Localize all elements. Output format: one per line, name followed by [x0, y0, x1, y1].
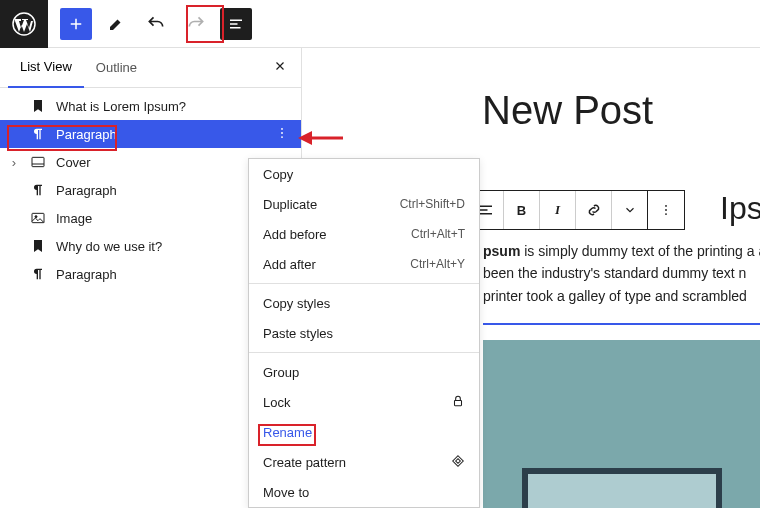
menu-copy-styles[interactable]: Copy styles	[249, 288, 479, 318]
more-options-button[interactable]	[275, 126, 289, 143]
paragraph-icon	[28, 180, 48, 200]
tree-item-heading[interactable]: What is Lorem Ipsum?	[0, 92, 301, 120]
paragraph-text: is simply dummy text of the printing a a…	[483, 243, 760, 304]
block-toolbar: B I	[467, 190, 685, 230]
menu-move-to[interactable]: Move to	[249, 477, 479, 507]
block-selection-border	[483, 323, 760, 325]
image-icon	[28, 208, 48, 228]
paragraph-icon	[28, 264, 48, 284]
menu-label: Add before	[263, 227, 327, 242]
menu-copy[interactable]: Copy	[249, 159, 479, 189]
panel-tabs: List View Outline	[0, 48, 301, 88]
post-title[interactable]: New Post	[482, 88, 760, 133]
tree-item-paragraph-selected[interactable]: Paragraph	[0, 120, 301, 148]
link-button[interactable]	[576, 191, 612, 229]
paragraph-icon	[28, 124, 48, 144]
menu-label: Lock	[263, 395, 290, 410]
cover-icon	[28, 152, 48, 172]
add-block-button[interactable]	[60, 8, 92, 40]
menu-separator	[249, 283, 479, 284]
paragraph-block[interactable]: psum is simply dummy text of the printin…	[483, 240, 760, 307]
menu-lock[interactable]: Lock	[249, 387, 479, 417]
list-view-button[interactable]	[220, 8, 252, 40]
bold-button[interactable]: B	[504, 191, 540, 229]
svg-rect-4	[32, 157, 44, 166]
menu-label: Group	[263, 365, 299, 380]
menu-shortcut: Ctrl+Alt+T	[411, 227, 465, 241]
menu-add-after[interactable]: Add afterCtrl+Alt+Y	[249, 249, 479, 279]
svg-point-2	[281, 132, 283, 134]
menu-label: Create pattern	[263, 455, 346, 470]
menu-rename[interactable]: Rename	[249, 417, 479, 447]
more-formatting-button[interactable]	[612, 191, 648, 229]
svg-point-10	[665, 209, 667, 211]
menu-shortcut: Ctrl+Shift+D	[400, 197, 465, 211]
menu-label: Paste styles	[263, 326, 333, 341]
svg-point-11	[665, 213, 667, 215]
menu-label: Move to	[263, 485, 309, 500]
bookmark-icon	[28, 96, 48, 116]
svg-point-3	[281, 136, 283, 138]
heading-fragment: Ips	[720, 190, 760, 227]
italic-button[interactable]: I	[540, 191, 576, 229]
menu-add-before[interactable]: Add beforeCtrl+Alt+T	[249, 219, 479, 249]
svg-point-9	[665, 205, 667, 207]
cover-block[interactable]	[483, 340, 760, 508]
cover-inner-shape	[522, 468, 722, 508]
menu-shortcut: Ctrl+Alt+Y	[410, 257, 465, 271]
editor-topbar	[0, 0, 760, 48]
menu-separator	[249, 352, 479, 353]
menu-label: Copy styles	[263, 296, 330, 311]
svg-rect-12	[455, 400, 462, 405]
menu-label: Duplicate	[263, 197, 317, 212]
menu-group[interactable]: Group	[249, 357, 479, 387]
tree-item-label: Image	[56, 211, 92, 226]
diamond-icon	[451, 454, 465, 471]
tab-list-view[interactable]: List View	[8, 48, 84, 88]
block-context-menu: Copy DuplicateCtrl+Shift+D Add beforeCtr…	[248, 158, 480, 508]
chevron-right-icon[interactable]: ›	[8, 155, 20, 170]
tree-item-label: Paragraph	[56, 183, 117, 198]
edit-button[interactable]	[100, 8, 132, 40]
svg-point-1	[281, 127, 283, 129]
menu-create-pattern[interactable]: Create pattern	[249, 447, 479, 477]
tree-item-label: Paragraph	[56, 127, 117, 142]
tree-item-label: Paragraph	[56, 267, 117, 282]
menu-label: Copy	[263, 167, 293, 182]
tree-item-label: Cover	[56, 155, 91, 170]
menu-duplicate[interactable]: DuplicateCtrl+Shift+D	[249, 189, 479, 219]
tree-item-label: Why do we use it?	[56, 239, 162, 254]
tab-outline[interactable]: Outline	[84, 48, 149, 88]
lock-icon	[451, 394, 465, 411]
redo-button[interactable]	[180, 8, 212, 40]
undo-button[interactable]	[140, 8, 172, 40]
bookmark-icon	[28, 236, 48, 256]
paragraph-bold: psum	[483, 243, 520, 259]
menu-label: Add after	[263, 257, 316, 272]
menu-label: Rename	[263, 425, 312, 440]
panel-close-button[interactable]	[267, 53, 293, 82]
wordpress-logo[interactable]	[0, 0, 48, 48]
block-options-button[interactable]	[648, 191, 684, 229]
tree-item-label: What is Lorem Ipsum?	[56, 99, 186, 114]
menu-paste-styles[interactable]: Paste styles	[249, 318, 479, 348]
